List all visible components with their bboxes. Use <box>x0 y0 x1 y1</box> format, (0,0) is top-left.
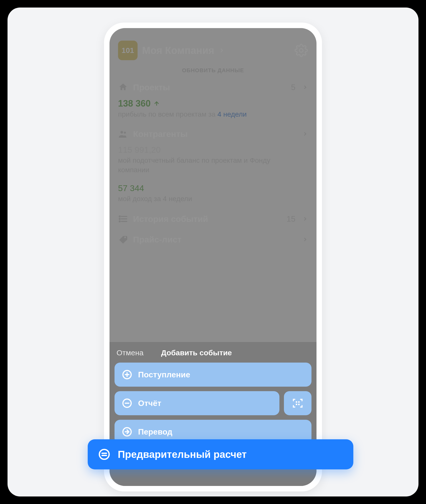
phone-screen: 101 Моя Компания ОБНОВИТЬ ДАННЫЕ Проекты… <box>110 28 316 486</box>
chevron-right-icon <box>302 85 308 90</box>
option-income[interactable]: Поступление <box>115 363 311 387</box>
svg-rect-16 <box>298 401 300 403</box>
counterparties-balance-block: 115 991,20 мой подотчетный баланс по про… <box>118 143 308 181</box>
projects-profit-block: 138 360 прибыль по всем проектам за 4 не… <box>118 96 308 125</box>
counterparties-income-block: 57 344 мой доход за 4 недели <box>118 181 308 210</box>
projects-row[interactable]: Проекты 5 <box>118 78 308 96</box>
list-icon <box>118 214 128 224</box>
projects-profit-sub: прибыль по всем проектам за 4 недели <box>118 110 308 118</box>
projects-profit-number: 138 360 <box>118 98 151 109</box>
chevron-right-icon <box>302 237 308 242</box>
outer-card: 101 Моя Компания ОБНОВИТЬ ДАННЫЕ Проекты… <box>8 8 418 496</box>
option-preliminary-calculation[interactable]: Предварительный расчет <box>88 439 353 469</box>
svg-point-9 <box>119 221 120 222</box>
equals-circle-icon <box>98 448 111 461</box>
stage: 101 Моя Компания ОБНОВИТЬ ДАННЫЕ Проекты… <box>0 0 426 504</box>
option-report[interactable]: Отчёт <box>115 391 279 415</box>
home-icon <box>118 82 128 92</box>
refresh-data-label[interactable]: ОБНОВИТЬ ДАННЫЕ <box>118 67 308 74</box>
scan-qr-button[interactable] <box>284 391 311 415</box>
option-transfer-label: Перевод <box>138 427 172 437</box>
projects-label: Проекты <box>133 82 170 92</box>
svg-point-3 <box>124 132 126 134</box>
minus-circle-icon <box>122 398 133 409</box>
chevron-right-icon <box>302 131 308 137</box>
company-name: Моя Компания <box>142 45 214 56</box>
app-logo: 101 <box>118 41 138 60</box>
cancel-button[interactable]: Отмена <box>117 349 144 357</box>
arrow-right-circle-icon <box>122 426 133 437</box>
projects-profit-value: 138 360 <box>118 98 308 109</box>
history-row[interactable]: История событий 15 <box>118 210 308 228</box>
svg-point-21 <box>99 450 109 459</box>
people-icon <box>118 129 128 139</box>
gear-icon[interactable] <box>294 44 308 57</box>
income-sub: мой доход за 4 недели <box>118 194 278 204</box>
option-income-label: Поступление <box>138 370 190 379</box>
app-header[interactable]: 101 Моя Компания <box>118 41 308 60</box>
option-preliminary-calculation-label: Предварительный расчет <box>118 449 247 460</box>
arrow-up-icon <box>154 101 160 107</box>
history-count: 15 <box>286 214 295 224</box>
svg-point-2 <box>121 131 123 134</box>
qr-scan-icon <box>292 397 303 409</box>
pricelist-label: Прайс-лист <box>133 235 181 244</box>
balance-value: 115 991,20 <box>118 145 308 155</box>
svg-rect-17 <box>296 404 297 405</box>
chevron-right-icon <box>219 47 225 53</box>
phone-frame: 101 Моя Компания ОБНОВИТЬ ДАННЫЕ Проекты… <box>104 23 322 491</box>
tag-icon <box>118 234 128 244</box>
pricelist-row[interactable]: Прайс-лист <box>118 230 308 248</box>
counterparties-row[interactable]: Контрагенты <box>118 125 308 143</box>
projects-profit-period[interactable]: 4 недели <box>218 110 247 118</box>
sheet-title: Добавить событие <box>161 349 232 357</box>
svg-rect-15 <box>296 401 297 403</box>
svg-point-8 <box>119 218 120 219</box>
svg-rect-18 <box>298 404 300 405</box>
history-label: История событий <box>133 214 208 224</box>
projects-count: 5 <box>291 83 295 92</box>
income-value: 57 344 <box>118 183 308 193</box>
chevron-right-icon <box>302 216 308 222</box>
balance-sub: мой подотчетный баланс по проектам и Фон… <box>118 156 278 175</box>
option-report-label: Отчёт <box>138 399 161 408</box>
projects-profit-sub-prefix: прибыль по всем проектам за <box>118 110 218 118</box>
svg-point-0 <box>299 49 303 52</box>
sheet-header: Отмена Добавить событие <box>115 348 311 363</box>
counterparties-label: Контрагенты <box>133 129 188 139</box>
plus-circle-icon <box>122 369 133 380</box>
svg-point-7 <box>119 216 120 217</box>
